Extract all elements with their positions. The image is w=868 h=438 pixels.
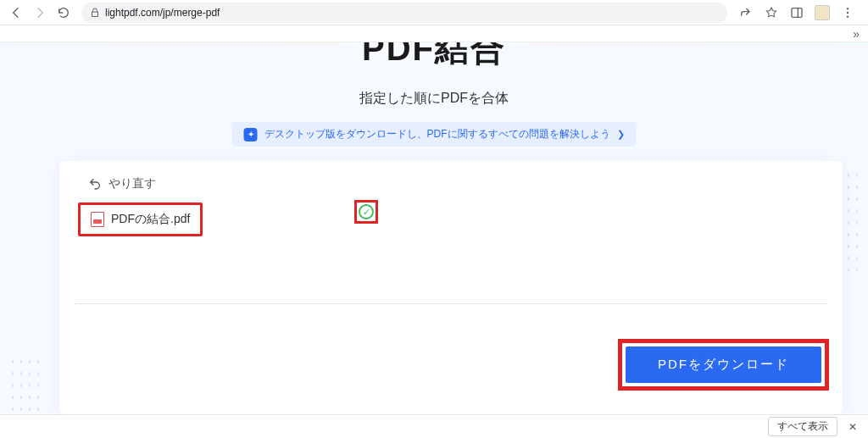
success-check-icon: ✓ bbox=[359, 204, 374, 219]
promo-text: デスクトップ版をダウンロードし、PDFに関するすべての問題を解決しよう bbox=[264, 127, 610, 141]
divider bbox=[75, 303, 827, 304]
page-title: PDF結合 bbox=[362, 42, 506, 72]
bookmark-button[interactable] bbox=[763, 4, 780, 21]
download-infobar: すべて表示 ✕ bbox=[0, 414, 868, 438]
arrow-right-icon bbox=[33, 6, 47, 19]
browser-actions bbox=[732, 4, 861, 21]
file-row: PDFの結合.pdf ✓ bbox=[78, 200, 824, 239]
promo-banner[interactable]: ✦ デスクトップ版をダウンロードし、PDFに関するすべての問題を解決しよう ❯ bbox=[232, 122, 637, 147]
lock-icon bbox=[90, 8, 100, 18]
chevron-right-icon: ❯ bbox=[617, 129, 625, 140]
file-chip[interactable]: PDFの結合.pdf bbox=[78, 202, 203, 236]
svg-rect-0 bbox=[792, 8, 802, 17]
reload-icon bbox=[57, 6, 70, 19]
page-content: PDF結合 指定した順にPDFを合体 ✦ デスクトップ版をダウンロードし、PDF… bbox=[0, 42, 868, 414]
result-card: やり直す PDFの結合.pdf ✓ PDFをダウンロード bbox=[59, 161, 843, 414]
redo-label: やり直す bbox=[108, 176, 156, 191]
svg-point-1 bbox=[847, 8, 849, 9]
side-panel-button[interactable] bbox=[788, 4, 805, 21]
kebab-icon bbox=[841, 6, 854, 19]
decoration bbox=[529, 42, 868, 46]
show-all-button[interactable]: すべて表示 bbox=[768, 417, 837, 436]
panel-icon bbox=[790, 6, 804, 19]
download-highlight: PDFをダウンロード bbox=[618, 339, 829, 391]
browser-toolbar: lightpdf.com/jp/merge-pdf bbox=[0, 0, 868, 25]
share-button[interactable] bbox=[737, 4, 754, 21]
status-mark: ✓ bbox=[354, 200, 378, 224]
arrow-left-icon bbox=[9, 6, 23, 19]
svg-point-2 bbox=[847, 11, 849, 13]
download-pdf-button[interactable]: PDFをダウンロード bbox=[626, 347, 821, 383]
forward-button[interactable] bbox=[31, 3, 49, 22]
overflow-chevrons-icon[interactable]: » bbox=[853, 27, 860, 41]
reload-button[interactable] bbox=[54, 3, 73, 22]
share-icon bbox=[739, 6, 753, 19]
page-subtitle: 指定した順にPDFを合体 bbox=[359, 90, 509, 108]
menu-button[interactable] bbox=[839, 4, 856, 21]
svg-point-3 bbox=[847, 15, 849, 17]
overflow-row: » bbox=[0, 25, 868, 42]
close-infobar-button[interactable]: ✕ bbox=[844, 421, 861, 433]
pdf-file-icon bbox=[91, 212, 104, 227]
decoration bbox=[0, 42, 339, 46]
redo-button[interactable]: やり直す bbox=[88, 176, 824, 191]
star-icon bbox=[765, 6, 778, 19]
back-button[interactable] bbox=[7, 3, 25, 22]
url-text: lightpdf.com/jp/merge-pdf bbox=[105, 7, 220, 19]
close-icon: ✕ bbox=[849, 421, 857, 433]
undo-icon bbox=[88, 177, 102, 191]
address-bar[interactable]: lightpdf.com/jp/merge-pdf bbox=[81, 3, 727, 23]
profile-button[interactable] bbox=[814, 4, 831, 21]
dots-decoration bbox=[8, 356, 44, 414]
file-name: PDFの結合.pdf bbox=[111, 212, 190, 227]
sparkle-icon: ✦ bbox=[244, 128, 258, 141]
avatar-icon bbox=[815, 5, 830, 20]
